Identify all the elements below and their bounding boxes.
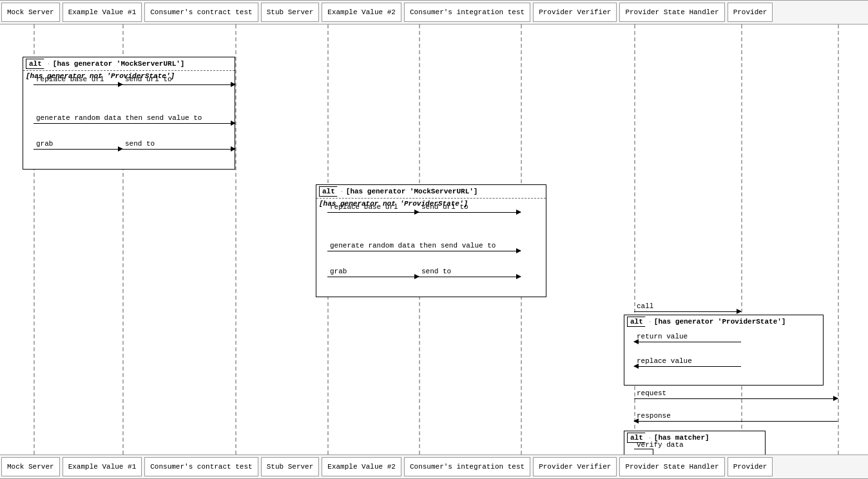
arrow-label: response [637,412,671,420]
arrow-label: grab [36,140,53,148]
sequence-arrow [34,123,235,124]
fragment-condition: [has generator 'ProviderState'] [654,318,786,326]
sequence-arrow [419,277,521,277]
sequence-arrow [634,398,838,399]
arrow-label: replace value [637,357,692,365]
sequence-arrow [34,84,122,85]
arrow-label: send to [421,268,451,275]
swimlane-example-value-2-bottom: Example Value #2 [322,457,401,476]
swimlane-provider-bottom: Provider [728,457,773,476]
swimlane-mock-server-bottom: Mock Server [1,457,60,476]
sequence-arrow [634,342,741,342]
swimlane-provider-verifier-bottom: Provider Verifier [533,457,617,476]
swimlane-stub-server-bottom: Stub Server [261,457,320,476]
arrow-label: grab [330,268,347,275]
fragment-header: alt[has generator 'MockServerURL'] [23,57,235,70]
arrow-label: send to [125,140,155,148]
fragment: alt[has generator 'ProviderState'] [624,315,824,386]
swimlane-consumers-contract-top: Consumer's contract test [144,3,258,22]
top-swimlane-bar: Mock Server Example Value #1 Consumer's … [0,0,868,24]
fragment-keyword: alt [26,59,49,69]
lifeline-provider-verifier [634,24,635,455]
fragment-keyword: alt [319,186,342,197]
fragment-header: alt[has generator 'MockServerURL'] [316,185,546,198]
swimlane-consumers-integration-top: Consumer's integration test [404,3,530,22]
arrow-label: generate random data then send value to [330,242,496,249]
swimlane-example-value-1-bottom: Example Value #1 [63,457,142,476]
fragment-keyword: alt [627,317,650,327]
sequence-arrow [122,84,235,85]
arrow-label: replace base url [36,75,104,83]
arrow-label: send url to [421,203,468,211]
lifeline-provider [838,24,839,455]
swimlane-provider-verifier-top: Provider Verifier [533,3,617,22]
sequence-arrow [327,277,419,277]
swimlane-provider-state-top: Provider State Handler [619,3,724,22]
fragment-condition: [has generator 'MockServerURL'] [53,60,185,68]
swimlane-example-value-1-top: Example Value #1 [63,3,142,22]
swimlane-mock-server-top: Mock Server [1,3,60,22]
arrow-label: request [637,389,666,397]
sequence-arrow [634,366,741,367]
arrow-label: call [637,302,653,310]
bottom-swimlane-bar: Mock Server Example Value #1 Consumer's … [0,455,868,479]
swimlane-provider-top: Provider [728,3,773,22]
swimlane-provider-state-bottom: Provider State Handler [619,457,724,476]
fragment: alt[has generator 'MockServerURL'][has g… [316,184,546,297]
fragment: alt[has generator 'MockServerURL'][has g… [23,57,235,170]
sequence-arrow [34,149,122,150]
arrow-label: send url to [125,75,172,83]
sequence-arrow [634,311,741,312]
arrow-label: replace base url [330,203,398,211]
self-arrow-label: verify data [637,441,684,449]
lifeline-consumers-contract-test [235,24,236,455]
fragment-condition: [has generator 'MockServerURL'] [346,188,478,195]
sequence-arrow [634,421,838,422]
sequence-arrow [327,251,521,251]
diagram-area: alt[has generator 'MockServerURL'][has g… [0,24,868,455]
lifeline-provider-state-handler [741,24,742,455]
arrow-label: generate random data then send value to [36,114,202,122]
fragment-header: alt[has generator 'ProviderState'] [624,315,823,328]
swimlane-example-value-2-top: Example Value #2 [322,3,401,22]
self-arrow [634,449,653,455]
swimlane-consumers-integration-bottom: Consumer's integration test [404,457,530,476]
swimlane-stub-server-top: Stub Server [261,3,320,22]
sequence-arrow [419,212,521,213]
sequence-arrow [327,212,419,213]
sequence-arrow [122,149,235,150]
arrow-label: return value [637,333,688,340]
swimlane-consumers-contract-bottom: Consumer's contract test [144,457,258,476]
